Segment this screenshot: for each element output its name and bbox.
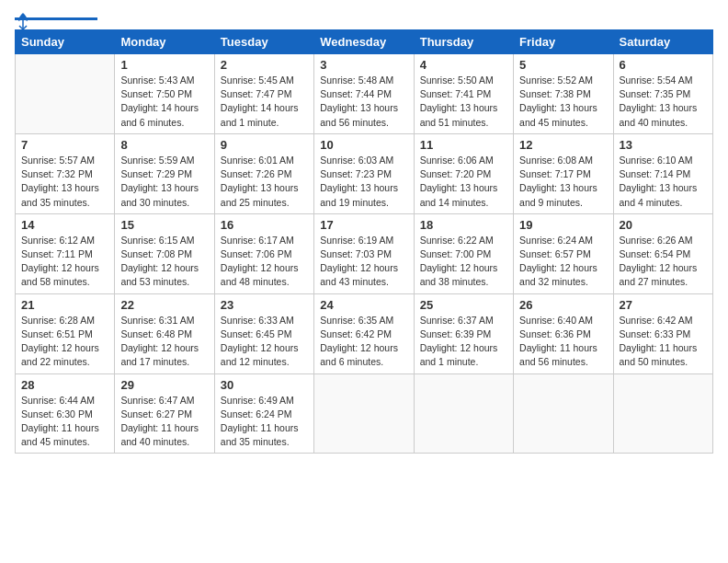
- calendar-cell: 12Sunrise: 6:08 AMSunset: 7:17 PMDayligh…: [514, 133, 613, 213]
- day-number: 11: [420, 138, 507, 152]
- calendar-cell: 26Sunrise: 6:40 AMSunset: 6:36 PMDayligh…: [514, 293, 613, 373]
- calendar-week-row: 7Sunrise: 5:57 AMSunset: 7:32 PMDaylight…: [16, 133, 713, 213]
- col-header-thursday: Thursday: [414, 30, 513, 54]
- calendar-cell: 30Sunrise: 6:49 AMSunset: 6:24 PMDayligh…: [214, 373, 313, 454]
- calendar-cell: 18Sunrise: 6:22 AMSunset: 7:00 PMDayligh…: [414, 213, 513, 293]
- col-header-sunday: Sunday: [16, 30, 115, 54]
- day-info: Sunrise: 6:49 AMSunset: 6:24 PMDaylight:…: [221, 394, 308, 450]
- day-info: Sunrise: 5:57 AMSunset: 7:32 PMDaylight:…: [21, 154, 108, 210]
- day-number: 4: [420, 58, 507, 72]
- day-number: 24: [320, 298, 407, 312]
- calendar-cell: 27Sunrise: 6:42 AMSunset: 6:33 PMDayligh…: [613, 293, 712, 373]
- day-info: Sunrise: 6:03 AMSunset: 7:23 PMDaylight:…: [320, 154, 407, 210]
- day-number: 28: [21, 378, 108, 392]
- logo: [15, 15, 97, 20]
- calendar-cell: 21Sunrise: 6:28 AMSunset: 6:51 PMDayligh…: [16, 293, 115, 373]
- day-info: Sunrise: 5:48 AMSunset: 7:44 PMDaylight:…: [320, 74, 407, 130]
- calendar-cell: 3Sunrise: 5:48 AMSunset: 7:44 PMDaylight…: [314, 54, 414, 134]
- day-info: Sunrise: 6:12 AMSunset: 7:11 PMDaylight:…: [21, 234, 108, 290]
- day-info: Sunrise: 5:50 AMSunset: 7:41 PMDaylight:…: [420, 74, 507, 130]
- calendar-cell: 6Sunrise: 5:54 AMSunset: 7:35 PMDaylight…: [613, 54, 712, 134]
- day-info: Sunrise: 6:28 AMSunset: 6:51 PMDaylight:…: [21, 314, 108, 370]
- day-info: Sunrise: 6:44 AMSunset: 6:30 PMDaylight:…: [21, 394, 108, 450]
- day-number: 26: [519, 298, 607, 312]
- day-number: 13: [620, 138, 707, 152]
- calendar-cell: 25Sunrise: 6:37 AMSunset: 6:39 PMDayligh…: [414, 293, 513, 373]
- day-number: 6: [620, 58, 707, 72]
- calendar-week-row: 14Sunrise: 6:12 AMSunset: 7:11 PMDayligh…: [16, 213, 713, 293]
- day-number: 22: [120, 298, 208, 312]
- day-number: 29: [120, 378, 208, 392]
- logo-bird-icon: [15, 11, 31, 31]
- calendar-week-row: 1Sunrise: 5:43 AMSunset: 7:50 PMDaylight…: [16, 54, 713, 134]
- page-header: [15, 15, 713, 20]
- calendar-cell: 15Sunrise: 6:15 AMSunset: 7:08 PMDayligh…: [115, 213, 214, 293]
- day-number: 5: [519, 58, 607, 72]
- day-info: Sunrise: 6:24 AMSunset: 6:57 PMDaylight:…: [519, 234, 607, 290]
- day-number: 25: [420, 298, 507, 312]
- day-info: Sunrise: 5:45 AMSunset: 7:47 PMDaylight:…: [221, 74, 308, 130]
- day-info: Sunrise: 5:52 AMSunset: 7:38 PMDaylight:…: [519, 74, 607, 130]
- day-number: 30: [221, 378, 308, 392]
- day-info: Sunrise: 6:10 AMSunset: 7:14 PMDaylight:…: [620, 154, 707, 210]
- day-number: 8: [120, 138, 208, 152]
- day-number: 18: [420, 218, 507, 232]
- day-info: Sunrise: 6:42 AMSunset: 6:33 PMDaylight:…: [620, 314, 707, 370]
- day-number: 10: [320, 138, 407, 152]
- day-number: 1: [120, 58, 208, 72]
- day-info: Sunrise: 6:22 AMSunset: 7:00 PMDaylight:…: [420, 234, 507, 290]
- calendar-table: SundayMondayTuesdayWednesdayThursdayFrid…: [15, 29, 713, 454]
- day-info: Sunrise: 6:31 AMSunset: 6:48 PMDaylight:…: [120, 314, 208, 370]
- day-info: Sunrise: 5:43 AMSunset: 7:50 PMDaylight:…: [120, 74, 208, 130]
- day-number: 9: [221, 138, 308, 152]
- calendar-cell: 5Sunrise: 5:52 AMSunset: 7:38 PMDaylight…: [514, 54, 613, 134]
- day-number: 12: [519, 138, 607, 152]
- day-info: Sunrise: 5:54 AMSunset: 7:35 PMDaylight:…: [620, 74, 707, 130]
- calendar-cell: 8Sunrise: 5:59 AMSunset: 7:29 PMDaylight…: [115, 133, 214, 213]
- day-number: 23: [221, 298, 308, 312]
- day-info: Sunrise: 5:59 AMSunset: 7:29 PMDaylight:…: [120, 154, 208, 210]
- calendar-cell: 10Sunrise: 6:03 AMSunset: 7:23 PMDayligh…: [314, 133, 414, 213]
- day-info: Sunrise: 6:33 AMSunset: 6:45 PMDaylight:…: [221, 314, 308, 370]
- calendar-cell: 24Sunrise: 6:35 AMSunset: 6:42 PMDayligh…: [314, 293, 414, 373]
- calendar-header-row: SundayMondayTuesdayWednesdayThursdayFrid…: [16, 30, 713, 54]
- calendar-cell: 11Sunrise: 6:06 AMSunset: 7:20 PMDayligh…: [414, 133, 513, 213]
- calendar-cell: [16, 54, 115, 134]
- day-info: Sunrise: 6:08 AMSunset: 7:17 PMDaylight:…: [519, 154, 607, 210]
- calendar-cell: 7Sunrise: 5:57 AMSunset: 7:32 PMDaylight…: [16, 133, 115, 213]
- calendar-cell: 29Sunrise: 6:47 AMSunset: 6:27 PMDayligh…: [115, 373, 214, 454]
- day-number: 14: [21, 218, 108, 232]
- day-number: 7: [21, 138, 108, 152]
- calendar-cell: [414, 373, 513, 454]
- calendar-cell: 13Sunrise: 6:10 AMSunset: 7:14 PMDayligh…: [613, 133, 712, 213]
- day-number: 17: [320, 218, 407, 232]
- calendar-cell: 17Sunrise: 6:19 AMSunset: 7:03 PMDayligh…: [314, 213, 414, 293]
- calendar-cell: 22Sunrise: 6:31 AMSunset: 6:48 PMDayligh…: [115, 293, 214, 373]
- calendar-cell: [613, 373, 712, 454]
- day-info: Sunrise: 6:26 AMSunset: 6:54 PMDaylight:…: [620, 234, 707, 290]
- calendar-week-row: 21Sunrise: 6:28 AMSunset: 6:51 PMDayligh…: [16, 293, 713, 373]
- day-number: 20: [620, 218, 707, 232]
- calendar-cell: 16Sunrise: 6:17 AMSunset: 7:06 PMDayligh…: [214, 213, 313, 293]
- day-info: Sunrise: 6:47 AMSunset: 6:27 PMDaylight:…: [120, 394, 208, 450]
- day-info: Sunrise: 6:01 AMSunset: 7:26 PMDaylight:…: [221, 154, 308, 210]
- day-number: 21: [21, 298, 108, 312]
- day-number: 2: [221, 58, 308, 72]
- calendar-cell: [314, 373, 414, 454]
- col-header-wednesday: Wednesday: [314, 30, 414, 54]
- day-info: Sunrise: 6:35 AMSunset: 6:42 PMDaylight:…: [320, 314, 407, 370]
- day-number: 15: [120, 218, 208, 232]
- calendar-cell: 1Sunrise: 5:43 AMSunset: 7:50 PMDaylight…: [115, 54, 214, 134]
- calendar-cell: 23Sunrise: 6:33 AMSunset: 6:45 PMDayligh…: [214, 293, 313, 373]
- calendar-cell: 14Sunrise: 6:12 AMSunset: 7:11 PMDayligh…: [16, 213, 115, 293]
- calendar-cell: 4Sunrise: 5:50 AMSunset: 7:41 PMDaylight…: [414, 54, 513, 134]
- day-info: Sunrise: 6:37 AMSunset: 6:39 PMDaylight:…: [420, 314, 507, 370]
- col-header-saturday: Saturday: [613, 30, 712, 54]
- day-info: Sunrise: 6:15 AMSunset: 7:08 PMDaylight:…: [120, 234, 208, 290]
- col-header-tuesday: Tuesday: [214, 30, 313, 54]
- day-number: 19: [519, 218, 607, 232]
- col-header-friday: Friday: [514, 30, 613, 54]
- day-info: Sunrise: 6:17 AMSunset: 7:06 PMDaylight:…: [221, 234, 308, 290]
- calendar-cell: 2Sunrise: 5:45 AMSunset: 7:47 PMDaylight…: [214, 54, 313, 134]
- day-info: Sunrise: 6:19 AMSunset: 7:03 PMDaylight:…: [320, 234, 407, 290]
